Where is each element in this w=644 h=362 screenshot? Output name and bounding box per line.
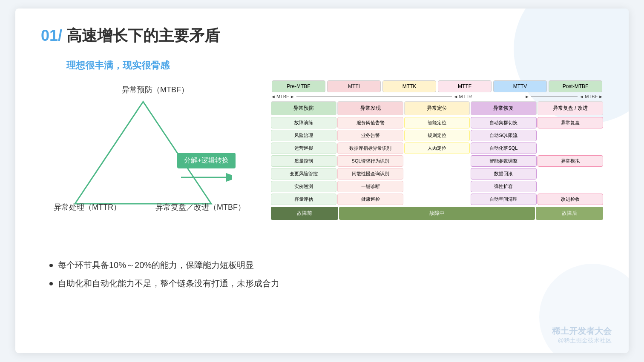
cell: 变更风险管控 bbox=[271, 168, 336, 180]
cell-empty bbox=[404, 168, 470, 180]
bullet-dot bbox=[49, 264, 53, 267]
cell-empty bbox=[538, 181, 603, 192]
phase-headers: Pre-MTBF MTTI MTTK MTTF MTTV Post-MTBF bbox=[271, 80, 603, 92]
arrow-svg bbox=[181, 171, 232, 184]
phase-label-review: 异常复盘 / 改进 bbox=[538, 101, 603, 115]
cell: 服务阈值告警 bbox=[337, 117, 403, 128]
cell: 健康巡检 bbox=[337, 194, 403, 205]
bullet-dot bbox=[49, 282, 53, 285]
cell-empty bbox=[404, 155, 470, 167]
cell: 数据回滚 bbox=[471, 168, 536, 180]
cell-empty bbox=[538, 143, 603, 154]
table-row: 风险治理 业务告警 规则定位 自动SQL限流 bbox=[271, 130, 603, 141]
phase-label-discover: 异常发现 bbox=[337, 101, 403, 115]
cell: 容量评估 bbox=[271, 194, 336, 205]
phase-mtti: MTTI bbox=[327, 80, 381, 92]
bullet-text-1: 每个环节具备10%～20%的能力，保障能力短板明显 bbox=[58, 259, 254, 271]
phase-mttf: MTTF bbox=[438, 80, 492, 92]
phase-labels-row: 异常预防 异常发现 异常定位 异常恢复 异常复盘 / 改进 bbox=[271, 101, 603, 115]
bottom-bar: 故障前 故障中 故障后 bbox=[271, 207, 603, 220]
watermark-title: 稀土开发者大会 bbox=[552, 325, 612, 337]
cell: 异常模拟 bbox=[538, 155, 603, 167]
phase-label-locate: 异常定位 bbox=[404, 101, 470, 115]
bottom-during: 故障中 bbox=[339, 207, 535, 220]
arrow-container: 分解+逻辑转换 bbox=[177, 153, 236, 184]
cell: SQL请求行为识别 bbox=[337, 155, 403, 167]
phase-post-mtbf: Post-MTBF bbox=[549, 80, 602, 92]
cell: 数据库指标异常识别 bbox=[337, 143, 403, 154]
cell: 故障演练 bbox=[271, 117, 336, 128]
table-row: 故障演练 服务阈值告警 智能定位 自动集群切换 异常复盘 bbox=[271, 117, 603, 128]
cell: 智能定位 bbox=[404, 117, 470, 128]
table-row: 质量控制 SQL请求行为识别 智能参数调整 异常模拟 bbox=[271, 155, 603, 167]
cell: 实例巡测 bbox=[271, 181, 336, 192]
triangle-svg bbox=[66, 89, 220, 208]
arrow-label: 分解+逻辑转换 bbox=[177, 153, 236, 168]
cell: 自动SQL限流 bbox=[471, 130, 536, 141]
cell-empty bbox=[538, 130, 603, 141]
cell: 弹性扩容 bbox=[471, 181, 536, 192]
cell: 一键诊断 bbox=[337, 181, 403, 192]
mtbf-label-right: MTBF bbox=[585, 94, 598, 99]
cell: 业务告警 bbox=[337, 130, 403, 141]
slide: 01/ 高速增长下的主要矛盾 理想很丰满，现实很骨感 异常预防（MTBF） 异常… bbox=[15, 9, 629, 353]
cell: 运营巡报 bbox=[271, 143, 336, 154]
content-area: 异常预防（MTBF） 异常处理（MTTR） 异常复盘／改进（MTBF） 分解+逻… bbox=[41, 80, 603, 242]
mtbf-label-left: MTBF bbox=[276, 94, 289, 99]
table-row: 变更风险管控 闲散性慢查询识别 数据回滚 bbox=[271, 168, 603, 180]
bottom-before: 故障前 bbox=[271, 207, 338, 220]
watermark-subtitle: @稀土掘金技术社区 bbox=[552, 337, 612, 345]
cell-empty bbox=[404, 181, 470, 192]
phase-mttk: MTTK bbox=[382, 80, 436, 92]
grid-rows: 故障演练 服务阈值告警 智能定位 自动集群切换 异常复盘 风险治理 业务告警 规… bbox=[271, 117, 603, 205]
page-title: 01/ 高速增长下的主要矛盾 bbox=[41, 26, 603, 46]
triangle-label-bottom-left: 异常处理（MTTR） bbox=[54, 202, 121, 212]
cell: 质量控制 bbox=[271, 155, 336, 167]
divider bbox=[41, 255, 603, 255]
title-number: 01/ bbox=[41, 27, 62, 44]
phase-pre-mtbf: Pre-MTBF bbox=[272, 80, 325, 92]
triangle-diagram: 异常预防（MTBF） 异常处理（MTTR） 异常复盘／改进（MTBF） 分解+逻… bbox=[41, 80, 254, 242]
phase-mttv: MTTV bbox=[493, 80, 547, 92]
cell: 改进检收 bbox=[538, 194, 603, 205]
table-row: 运营巡报 数据库指标异常识别 人肉定位 自动化落SQL bbox=[271, 143, 603, 154]
timeline-row: ◄ MTBF ► ◄ MTTR ► ◄ MTBF ► bbox=[271, 94, 603, 99]
cell: 规则定位 bbox=[404, 130, 470, 141]
phase-label-recovery: 异常恢复 bbox=[471, 101, 536, 115]
title-text: 高速增长下的主要矛盾 bbox=[66, 27, 220, 44]
cell: 智能参数调整 bbox=[471, 155, 536, 167]
phase-label-prevention: 异常预防 bbox=[271, 101, 336, 115]
cell: 自动集群切换 bbox=[471, 117, 536, 128]
cell-empty bbox=[404, 194, 470, 205]
cell-empty bbox=[538, 168, 603, 180]
bullets: 每个环节具备10%～20%的能力，保障能力短板明显 自助化和自动化能力不足，整个… bbox=[41, 259, 603, 289]
cell: 异常复盘 bbox=[538, 117, 603, 128]
bullet-item-2: 自助化和自动化能力不足，整个链条没有打通，未形成合力 bbox=[49, 278, 603, 289]
table-row: 实例巡测 一键诊断 弹性扩容 bbox=[271, 181, 603, 192]
right-diagram: Pre-MTBF MTTI MTTK MTTF MTTV Post-MTBF ◄… bbox=[271, 80, 603, 242]
cell: 自动空间清理 bbox=[471, 194, 536, 205]
subtitle: 理想很丰满，现实很骨感 bbox=[66, 59, 603, 72]
cell: 自动化落SQL bbox=[471, 143, 536, 154]
cell: 闲散性慢查询识别 bbox=[337, 168, 403, 180]
watermark: 稀土开发者大会 @稀土掘金技术社区 bbox=[552, 325, 612, 345]
mttr-label: MTTR bbox=[459, 94, 472, 99]
bottom-after: 故障后 bbox=[536, 207, 603, 220]
bullet-text-2: 自助化和自动化能力不足，整个链条没有打通，未形成合力 bbox=[58, 278, 279, 289]
triangle-label-bottom-right: 异常复盘／改进（MTBF） bbox=[155, 202, 245, 212]
bullet-item-1: 每个环节具备10%～20%的能力，保障能力短板明显 bbox=[49, 259, 603, 271]
table-row: 容量评估 健康巡检 自动空间清理 改进检收 bbox=[271, 194, 603, 205]
cell: 风险治理 bbox=[271, 130, 336, 141]
cell: 人肉定位 bbox=[404, 143, 470, 154]
